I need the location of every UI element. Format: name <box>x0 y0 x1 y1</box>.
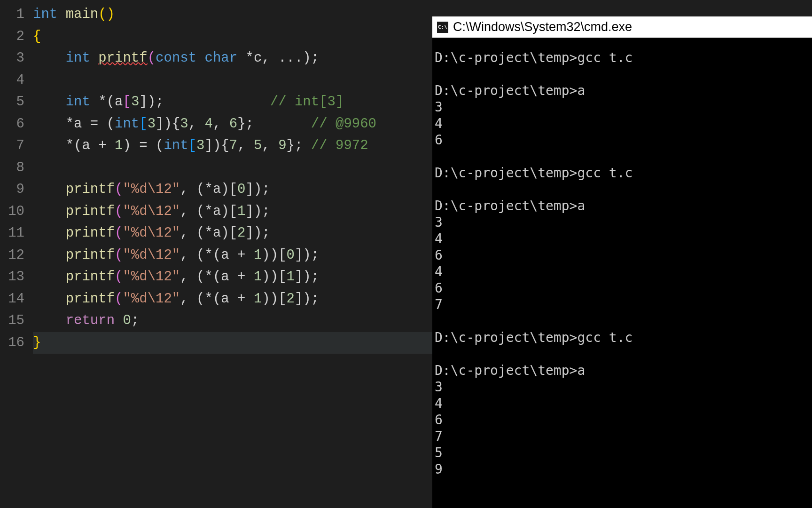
line-number: 5 <box>0 91 33 113</box>
line-number: 13 <box>0 266 33 288</box>
code-line[interactable]: printf("%d\12", (*(a + 1))[2]); <box>33 288 432 310</box>
code-line[interactable]: { <box>33 26 432 48</box>
code-line[interactable]: int main() <box>33 4 432 26</box>
code-text-area[interactable]: int main() { int printf(const char *c, .… <box>33 0 432 508</box>
code-line[interactable]: *a = (int[3]){3, 4, 6}; // @9960 <box>33 113 432 135</box>
code-line[interactable]: printf("%d\12", (*(a + 1))[1]); <box>33 266 432 288</box>
line-number: 16 <box>0 332 33 354</box>
code-line[interactable]: printf("%d\12", (*a)[0]); <box>33 179 432 201</box>
code-editor-pane[interactable]: 1 2 3 4 5 6 7 8 9 10 11 12 13 14 15 16 i… <box>0 0 432 508</box>
line-number: 6 <box>0 113 33 135</box>
code-line[interactable]: return 0; <box>33 310 432 332</box>
code-line[interactable]: printf("%d\12", (*(a + 1))[0]); <box>33 245 432 267</box>
code-line[interactable]: printf("%d\12", (*a)[1]); <box>33 201 432 223</box>
line-number: 1 <box>0 4 33 26</box>
code-line[interactable]: int printf(const char *c, ...); <box>33 48 432 70</box>
code-line[interactable] <box>33 157 432 179</box>
line-number-gutter: 1 2 3 4 5 6 7 8 9 10 11 12 13 14 15 16 <box>0 0 33 508</box>
code-line[interactable]: int *(a[3]); // int[3] <box>33 91 432 113</box>
cmd-icon: C:\ <box>437 22 448 33</box>
terminal-output[interactable]: D:\c-project\temp>gcc t.c D:\c-project\t… <box>432 38 812 480</box>
code-line[interactable]: *(a + 1) = (int[3]){7, 5, 9}; // 9972 <box>33 135 432 157</box>
line-number: 4 <box>0 70 33 92</box>
line-number: 10 <box>0 201 33 223</box>
line-number: 8 <box>0 157 33 179</box>
terminal-window[interactable]: C:\ C:\Windows\System32\cmd.exe D:\c-pro… <box>432 16 812 508</box>
line-number: 14 <box>0 288 33 310</box>
code-line[interactable]: printf("%d\12", (*a)[2]); <box>33 222 432 245</box>
code-line[interactable] <box>33 70 432 92</box>
line-number: 12 <box>0 245 33 267</box>
terminal-title: C:\Windows\System32\cmd.exe <box>453 20 632 34</box>
terminal-titlebar[interactable]: C:\ C:\Windows\System32\cmd.exe <box>432 16 812 38</box>
code-line[interactable]: } <box>33 332 432 354</box>
line-number: 11 <box>0 222 33 245</box>
line-number: 15 <box>0 310 33 332</box>
line-number: 7 <box>0 135 33 157</box>
line-number: 3 <box>0 48 33 70</box>
line-number: 2 <box>0 26 33 48</box>
line-number: 9 <box>0 179 33 201</box>
